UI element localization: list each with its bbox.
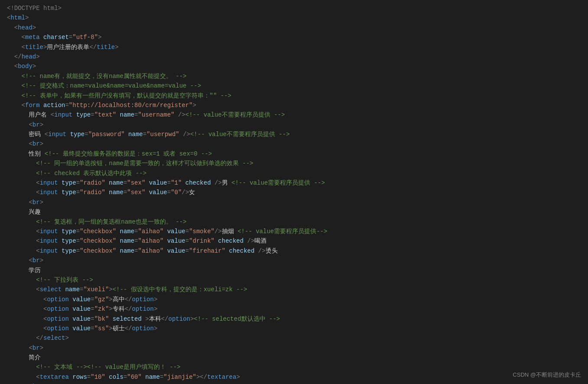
code-line: <!-- 同一组的单选按钮，name是需要一致的，这样才可以做到单选的效果 --… <box>7 159 581 168</box>
code-line: <br> <box>7 382 581 384</box>
code-line: </select> <box>7 333 581 343</box>
code-line: <body> <box>7 62 581 71</box>
code-line: <br> <box>7 198 581 207</box>
code-line: 用户名 <input type="text" name="username" /… <box>7 110 581 120</box>
watermark: CSDN @不断前进的皮卡丘 <box>513 371 581 380</box>
code-line: <select name="xueli"><!-- 假设选中专科，提交的是：xu… <box>7 285 581 294</box>
code-container: <!DOCTYPE html><html> <head> <meta chars… <box>0 0 588 384</box>
code-line: <br> <box>7 256 581 265</box>
code-line: <input type="radio" name="sex" value="1"… <box>7 178 581 188</box>
code-line: <!DOCTYPE html> <box>7 3 581 13</box>
code-line: 学历 <box>7 266 581 275</box>
code-line: <textarea rows="10" cols="60" name="jian… <box>7 372 581 382</box>
code-line: <input type="radio" name="sex" value="0"… <box>7 188 581 197</box>
code-line: <option value="bk" selected >本科</option>… <box>7 314 581 324</box>
code-line: 兴趣 <box>7 207 581 217</box>
code-line: <option value="zk">专科</option> <box>7 304 581 314</box>
code-line: <br> <box>7 120 581 130</box>
code-line: 性别 <!-- 最终提交给服务器的数据是：sex=1 或者 sex=0 --> <box>7 149 581 159</box>
code-line: <input type="checkbox" name="aihao" valu… <box>7 246 581 256</box>
code-line: 密码 <input type="password" name="userpwd"… <box>7 130 581 139</box>
code-line: <!-- name有，就能提交，没有name属性就不能提交。 --> <box>7 72 581 81</box>
code-line: <input type="checkbox" name="aihao" valu… <box>7 227 581 236</box>
code-line: <meta charset="utf-8"> <box>7 33 581 42</box>
code-line: <html> <box>7 13 581 23</box>
code-line: <!-- 复选框，同一组的复选框name也是一致的。 --> <box>7 217 581 227</box>
code-line: <input type="checkbox" name="aihao" valu… <box>7 236 581 246</box>
code-line: <!-- 下拉列表 --> <box>7 275 581 285</box>
code-line: <option value="gz">高中</option> <box>7 295 581 304</box>
code-line: <!-- 表单中，如果有一些用户没有填写，默认提交的就是空字符串："" --> <box>7 91 581 101</box>
code-line: 简介 <box>7 353 581 362</box>
code-line: <head> <box>7 23 581 33</box>
code-line: <br> <box>7 139 581 149</box>
code-line: <option value="ss">硕士</option> <box>7 324 581 333</box>
code-line: <title>用户注册的表单</title> <box>7 42 581 52</box>
code-line: <form action="http://localhost:80/crm/re… <box>7 101 581 110</box>
code-line: <br> <box>7 343 581 353</box>
code-line: <!-- checked 表示默认选中此项 --> <box>7 169 581 178</box>
code-block: <!DOCTYPE html><html> <head> <meta chars… <box>7 3 581 384</box>
code-line: <!-- 文本域 --><!-- value是用户填写的！ --> <box>7 362 581 372</box>
code-line: <!-- 提交格式：name=value&name=value&name=val… <box>7 81 581 91</box>
code-line: </head> <box>7 52 581 62</box>
